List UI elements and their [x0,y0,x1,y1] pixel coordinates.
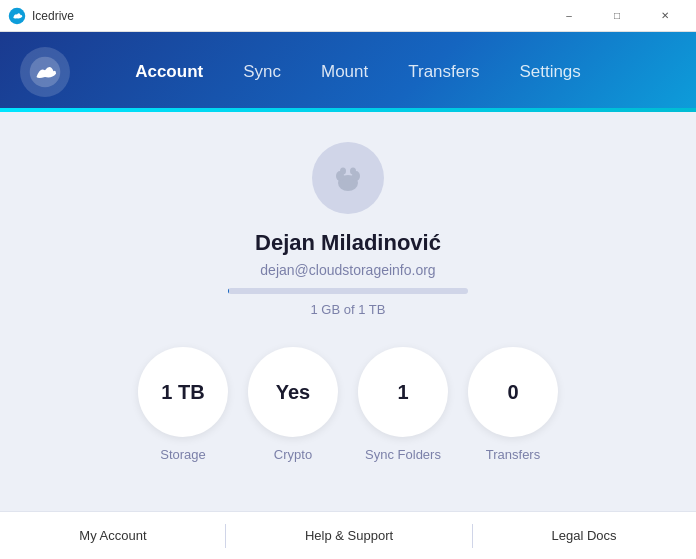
svg-point-6 [350,168,356,175]
svg-point-5 [340,168,346,175]
stat-item-sync-folders: 1 Sync Folders [358,347,448,462]
footer-divider-2 [472,524,473,548]
footer-legal-docs[interactable]: Legal Docs [552,528,617,543]
user-name: Dejan Miladinović [255,230,441,256]
navbar: Account Sync Mount Transfers Settings [0,32,696,112]
stats-row: 1 TB Storage Yes Crypto 1 Sync Folders 0… [138,347,558,462]
nav-item-transfers[interactable]: Transfers [408,58,479,86]
stat-item-storage: 1 TB Storage [138,347,228,462]
titlebar-left: Icedrive [8,7,74,25]
footer: My Account Help & Support Legal Docs [0,511,696,559]
app-title: Icedrive [32,9,74,23]
stat-label-transfers: Transfers [486,447,540,462]
minimize-button[interactable]: – [546,0,592,32]
nav-item-sync[interactable]: Sync [243,58,281,86]
nav-logo [20,47,70,97]
stat-circle-transfers: 0 [468,347,558,437]
footer-divider-1 [225,524,226,548]
avatar [312,142,384,214]
storage-bar-container [228,288,468,294]
stat-item-crypto: Yes Crypto [248,347,338,462]
avatar-icon [327,157,369,199]
nav-item-settings[interactable]: Settings [519,58,580,86]
window-controls: – □ ✕ [546,0,688,32]
close-button[interactable]: ✕ [642,0,688,32]
titlebar: Icedrive – □ ✕ [0,0,696,32]
storage-text: 1 GB of 1 TB [311,302,386,317]
stat-label-sync-folders: Sync Folders [365,447,441,462]
main-content: Dejan Miladinović dejan@cloudstorageinfo… [0,112,696,511]
user-email: dejan@cloudstorageinfo.org [260,262,435,278]
nav-item-account[interactable]: Account [135,58,203,86]
stat-circle-sync-folders: 1 [358,347,448,437]
stat-label-crypto: Crypto [274,447,312,462]
nav-item-mount[interactable]: Mount [321,58,368,86]
stat-item-transfers: 0 Transfers [468,347,558,462]
stat-circle-crypto: Yes [248,347,338,437]
stat-circle-storage: 1 TB [138,347,228,437]
stat-label-storage: Storage [160,447,206,462]
footer-help-support[interactable]: Help & Support [305,528,393,543]
nav-items: Account Sync Mount Transfers Settings [90,58,626,86]
app-icon [8,7,26,25]
maximize-button[interactable]: □ [594,0,640,32]
nav-logo-icon [28,55,62,89]
footer-my-account[interactable]: My Account [79,528,146,543]
